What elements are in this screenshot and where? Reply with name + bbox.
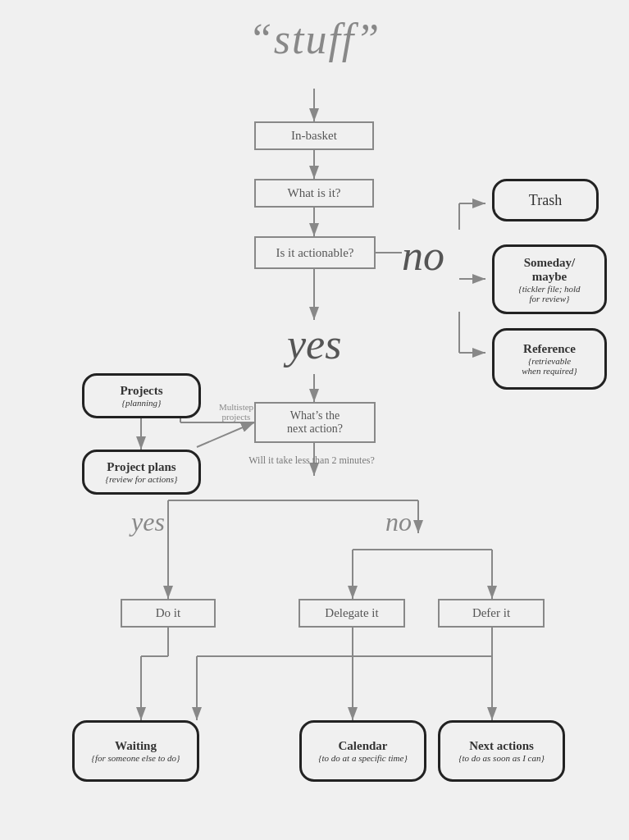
no-small-label: no [385, 507, 412, 537]
flowchart-diagram: “stuff” In-basket What is it? Is it acti… [0, 0, 629, 840]
reference-box: Reference {retrievable when required} [492, 328, 607, 390]
in-basket-box: In-basket [254, 121, 374, 150]
defer-it-box: Defer it [438, 599, 545, 628]
calendar-box: Calendar {to do at a specific time} [299, 720, 426, 782]
two-minutes-label: Will it take less than 2 minutes? [189, 454, 435, 467]
svg-line-17 [197, 422, 254, 447]
yes-small-label: yes [131, 507, 165, 537]
is-actionable-box: Is it actionable? [254, 236, 376, 269]
someday-box: Someday/ maybe {tickler file; hold for r… [492, 244, 607, 314]
trash-box: Trash [492, 179, 599, 221]
waiting-box: Waiting {for someone else to do} [72, 720, 199, 782]
page-title: “stuff” [248, 15, 381, 63]
projects-box: Projects {planning} [82, 373, 201, 418]
no-label: no [402, 231, 444, 280]
what-is-it-box: What is it? [254, 179, 374, 208]
whats-next-box: What’s the next action? [254, 402, 376, 443]
do-it-box: Do it [121, 599, 216, 628]
multistep-label: Multistep projects [203, 402, 269, 422]
next-actions-box: Next actions {to do as soon as I can} [438, 720, 565, 782]
yes-label: yes [287, 320, 341, 368]
delegate-it-box: Delegate it [299, 599, 405, 628]
project-plans-box: Project plans {review for actions} [82, 450, 201, 495]
